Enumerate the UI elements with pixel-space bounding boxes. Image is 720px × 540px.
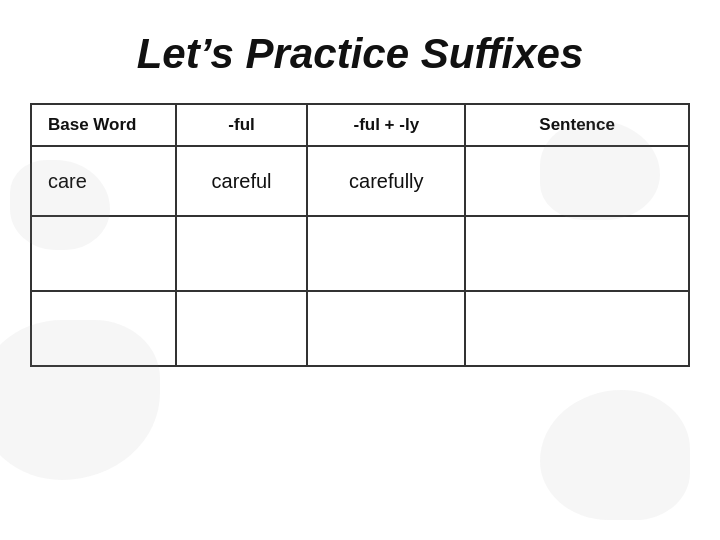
cell-ful-2: [176, 291, 308, 366]
cell-ful-0: careful: [176, 146, 308, 216]
page-title: Let’s Practice Suffixes: [0, 0, 720, 103]
cell-ful-1: [176, 216, 308, 291]
header-ful-ly: -ful + -ly: [307, 104, 465, 146]
header-base-word: Base Word: [31, 104, 176, 146]
cell-fully-2: [307, 291, 465, 366]
cell-fully-1: [307, 216, 465, 291]
table-row: [31, 216, 689, 291]
cell-sentence-1: [465, 216, 689, 291]
header-ful: -ful: [176, 104, 308, 146]
cell-sentence-2: [465, 291, 689, 366]
cell-fully-0: carefully: [307, 146, 465, 216]
